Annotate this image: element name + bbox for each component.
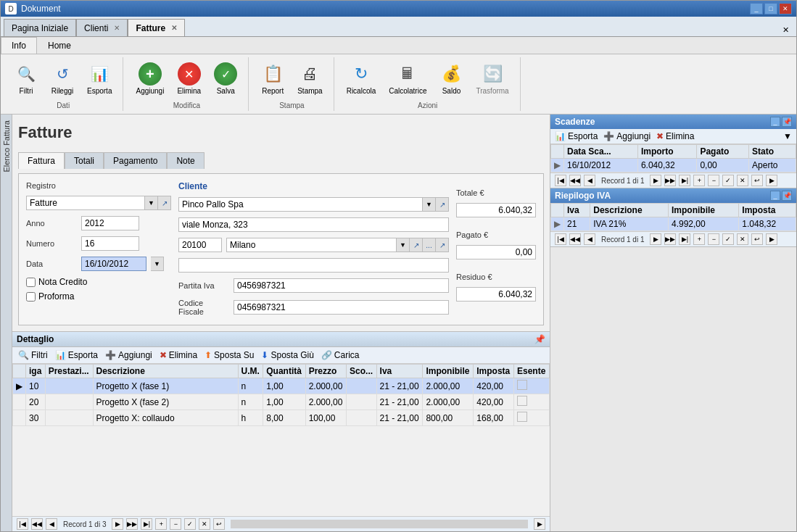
cliente-name-input[interactable] [178, 197, 423, 212]
cell-iva[interactable]: 21 - 21,00 [376, 378, 423, 394]
extra-input[interactable] [178, 258, 449, 273]
cell-riga[interactable]: 10 [26, 378, 46, 394]
elimina-btn[interactable]: ✕ Elimina [172, 59, 206, 99]
riepilogo-col-iva[interactable]: Iva [564, 204, 590, 217]
cell-imponibile[interactable]: 2.000,00 [423, 394, 474, 410]
scadenze-pin-btn[interactable]: 📌 [782, 117, 792, 127]
cell-um[interactable]: n [238, 378, 263, 394]
detail-sposta-giu-btn[interactable]: ⬇ Sposta Giù [261, 350, 313, 360]
city-link-icon[interactable]: ↗ [410, 238, 423, 252]
cell-um[interactable]: h [238, 410, 263, 426]
city-extra-btn[interactable]: ... [423, 238, 436, 252]
riepilogo-nav-minus[interactable]: − [708, 233, 719, 245]
cell-imposta[interactable]: 420,00 [474, 394, 514, 410]
scadenze-dropdown-btn[interactable]: ▼ [783, 131, 792, 141]
esente-checkbox[interactable] [517, 396, 527, 406]
nav-add-btn[interactable]: + [155, 518, 167, 530]
data-dropdown-icon[interactable]: ▼ [151, 257, 164, 271]
scadenze-nav-add[interactable]: + [693, 175, 705, 186]
cliente-cap-input[interactable] [178, 238, 222, 252]
esente-checkbox[interactable] [517, 380, 527, 390]
cell-riga[interactable]: 30 [26, 410, 46, 426]
aggiungi-btn[interactable]: + Aggiungi [131, 59, 169, 99]
form-tab-note[interactable]: Note [167, 152, 204, 169]
detail-aggiungi-btn[interactable]: ➕ Aggiungi [105, 350, 152, 360]
cell-data-scad[interactable]: 16/10/2012 [564, 159, 638, 173]
tab-pagina-iniziale[interactable]: Pagina Iniziale [4, 19, 76, 36]
minimize-btn[interactable]: _ [750, 3, 763, 14]
nav-minus-btn[interactable]: − [170, 518, 181, 530]
tab-clienti[interactable]: Clienti ✕ [76, 19, 128, 36]
cell-descrizione[interactable]: Progetto X (fase 2) [93, 394, 238, 410]
codice-fiscale-input[interactable] [234, 300, 449, 315]
cliente-dropdown-icon[interactable]: ▼ [423, 197, 436, 212]
riepilogo-nav-check[interactable]: ✓ [722, 233, 734, 245]
riepilogo-minimize-btn[interactable]: _ [770, 191, 780, 201]
detail-carica-btn[interactable]: 🔗 Carica [321, 350, 360, 360]
scadenze-nav-next[interactable]: ▶ [650, 175, 661, 186]
nota-credito-checkbox[interactable] [26, 278, 36, 287]
detail-row[interactable]: 20 Progetto X (fase 2) n 1,00 2.000,00 2… [13, 394, 550, 410]
cell-prestazione[interactable] [45, 410, 93, 426]
col-esente[interactable]: Esente [513, 365, 549, 378]
nav-first-btn[interactable]: |◀ [17, 518, 28, 530]
cliente-address-input[interactable] [178, 217, 449, 232]
cell-iva[interactable]: 21 - 21,00 [376, 410, 423, 426]
trasforma-btn[interactable]: 🔄 Trasforma [471, 59, 513, 99]
riepilogo-nav-cancel[interactable]: ✕ [737, 233, 748, 245]
scadenze-nav-prev[interactable]: ◀ [584, 175, 595, 186]
ribbon-tab-info[interactable]: Info [1, 37, 37, 54]
riepilogo-col-descrizione[interactable]: Descrizione [590, 204, 669, 217]
scadenze-col-importo[interactable]: Importo [637, 145, 696, 159]
nav-next-next-btn[interactable]: ▶▶ [126, 518, 138, 530]
riepilogo-pin-btn[interactable]: 📌 [782, 191, 792, 201]
esente-checkbox[interactable] [517, 412, 527, 422]
col-riga[interactable]: iga [26, 365, 46, 378]
cell-riga[interactable]: 20 [26, 394, 46, 410]
nav-scroll-right-btn[interactable]: ▶ [534, 518, 545, 530]
esporta-dati-btn[interactable]: 📊 Esporta [82, 59, 117, 99]
cell-prezzo[interactable]: 100,00 [305, 410, 346, 426]
tab-close-icon[interactable]: ✕ [114, 24, 120, 32]
scadenze-esporta-btn[interactable]: 📊 Esporta [555, 131, 598, 141]
tab-fatture[interactable]: Fatture ✕ [128, 19, 185, 36]
cell-prezzo[interactable]: 2.000,00 [305, 394, 346, 410]
cell-imponibile[interactable]: 2.000,00 [423, 378, 474, 394]
scadenze-nav-minus[interactable]: − [708, 175, 719, 186]
cell-prezzo[interactable]: 2.000,00 [305, 378, 346, 394]
stampa-btn[interactable]: 🖨 Stampa [292, 59, 327, 99]
col-quantita[interactable]: Quantità [263, 365, 305, 378]
nav-next-btn[interactable]: ▶ [112, 518, 123, 530]
riepilogo-nav-add[interactable]: + [693, 233, 705, 245]
registro-input[interactable] [26, 196, 145, 210]
saldo-btn[interactable]: 💰 Saldo [434, 59, 468, 99]
detail-scrollbar[interactable] [231, 520, 528, 528]
scadenze-nav-prev-prev[interactable]: ◀◀ [569, 175, 581, 186]
maximize-btn[interactable]: □ [764, 3, 777, 14]
riepilogo-nav-prev[interactable]: ◀ [584, 233, 595, 245]
cell-sconto[interactable] [347, 378, 377, 394]
cell-sconto[interactable] [347, 394, 377, 410]
cell-quantita[interactable]: 1,00 [263, 378, 305, 394]
nav-undo-btn[interactable]: ↩ [213, 518, 225, 530]
riepilogo-nav-next-next[interactable]: ▶▶ [664, 233, 676, 245]
close-btn[interactable]: ✕ [779, 3, 792, 14]
report-btn[interactable]: 📋 Report [256, 59, 289, 99]
col-imponibile[interactable]: Imponibile [423, 365, 474, 378]
cell-importo[interactable]: 6.040,32 [637, 159, 696, 173]
sidebar-label[interactable]: Elenco Fattura [2, 117, 11, 175]
detail-esporta-btn[interactable]: 📊 Esporta [55, 350, 98, 360]
cell-descrizione[interactable]: IVA 21% [590, 217, 669, 231]
registro-dropdown-icon[interactable]: ▼ [145, 196, 158, 210]
riepilogo-nav-scroll[interactable]: ▶ [766, 233, 777, 245]
nav-prev-btn[interactable]: ◀ [46, 518, 57, 530]
detail-sposta-su-btn[interactable]: ⬆ Sposta Su [205, 350, 254, 360]
cell-imposta[interactable]: 420,00 [474, 378, 514, 394]
anno-input[interactable] [81, 216, 139, 230]
col-imposta[interactable]: Imposta [474, 365, 514, 378]
col-sconto[interactable]: Sco... [347, 365, 377, 378]
rileggi-btn[interactable]: ↺ Rileggi [46, 59, 79, 99]
detail-row[interactable]: 30 Progetto X: collaudo h 8,00 100,00 21… [13, 410, 550, 426]
cell-iva[interactable]: 21 - 21,00 [376, 394, 423, 410]
ricalcola-btn[interactable]: ↻ Ricalcola [342, 59, 381, 99]
